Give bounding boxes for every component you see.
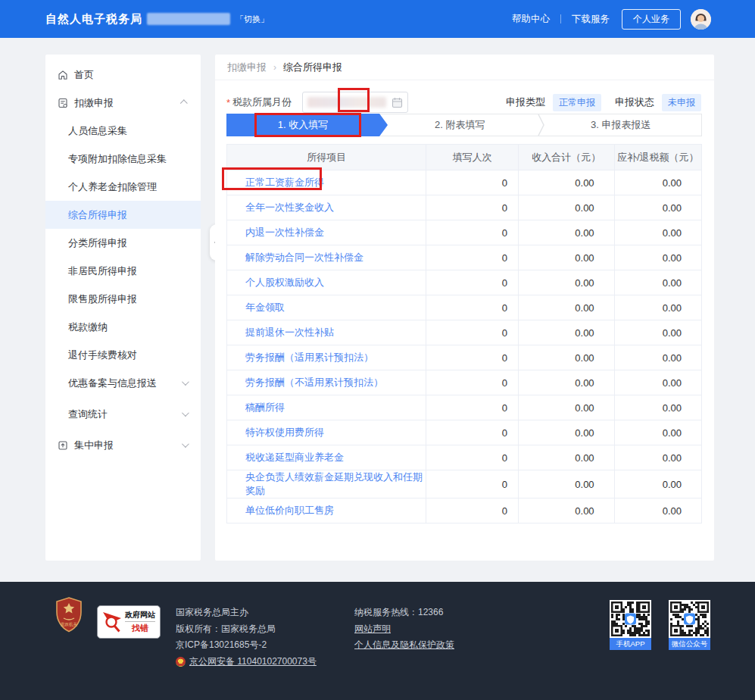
count-cell: 0 [426, 195, 519, 220]
income-total-cell: 0.00 [518, 470, 614, 498]
income-item-link[interactable]: 单位低价向职工售房 [245, 505, 334, 516]
sidebar-item-restricted-stock-declaration[interactable]: 限售股所得申报 [45, 285, 201, 313]
tax-due-cell: 0.00 [614, 470, 701, 498]
sidebar-item-preferential-filing-info[interactable]: 优惠备案与信息报送 [45, 369, 201, 397]
income-total-cell: 0.00 [518, 295, 614, 320]
step-1-label: 1. 收入填写 [278, 118, 328, 132]
calendar-icon[interactable] [392, 97, 403, 108]
income-item-link[interactable]: 劳务报酬（适用累计预扣法） [245, 352, 373, 363]
tax-due-cell: 0.00 [614, 345, 701, 370]
count-cell: 0 [426, 470, 519, 498]
column-header-2: 收入合计（元） [518, 145, 614, 170]
income-total-cell: 0.00 [518, 170, 614, 195]
income-total-cell: 0.00 [518, 320, 614, 345]
sidebar-item-centralized-declaration[interactable]: 集中申报 [45, 431, 201, 459]
income-item-cell: 全年一次性奖金收入 [227, 195, 426, 220]
sidebar-item-nonresident-income-declaration[interactable]: 非居民所得申报 [45, 257, 201, 285]
sidebar-item-personnel-info-collection[interactable]: 人员信息采集 [45, 117, 201, 145]
table-row: 特许权使用费所得00.000.00 [227, 420, 702, 445]
org-name-redacted [147, 13, 230, 25]
police-record-link[interactable]: 京公网安备 11040102700073号 [189, 654, 317, 670]
count-cell: 0 [426, 295, 519, 320]
tax-due-cell: 0.00 [614, 498, 701, 523]
sidebar-item-query-statistics[interactable]: 查询统计 [45, 400, 201, 428]
income-total-cell: 0.00 [518, 195, 614, 220]
breadcrumb: 扣缴申报 › 综合所得申报 [215, 55, 714, 80]
sidebar-item-label: 限售股所得申报 [68, 292, 137, 306]
income-item-cell: 内退一次性补偿金 [227, 220, 426, 245]
privacy-policy-link[interactable]: 个人信息及隐私保护政策 [354, 639, 454, 650]
switch-org-link[interactable]: 「切换」 [236, 14, 269, 25]
avatar[interactable] [691, 9, 711, 30]
step-3-submit-return[interactable]: 3. 申报表报送 [541, 114, 702, 136]
help-center-link[interactable]: 帮助中心 [512, 13, 550, 26]
top-header: 自然人电子税务局 「切换」 帮助中心 下载服务 个人业务 [0, 0, 755, 38]
breadcrumb-parent[interactable]: 扣缴申报 [227, 61, 267, 74]
income-table: 所得项目填写人次收入合计（元）应补/退税额（元） 正常工资薪金所得00.000.… [226, 144, 702, 523]
sidebar-item-label: 退付手续费核对 [68, 348, 137, 362]
sidebar-item-personal-pension-deduction[interactable]: 个人养老金扣除管理 [45, 173, 201, 201]
sidebar-item-classified-income-declaration[interactable]: 分类所得申报 [45, 229, 201, 257]
income-item-cell: 劳务报酬（适用累计预扣法） [227, 345, 426, 370]
income-item-link[interactable]: 全年一次性奖金收入 [245, 202, 334, 213]
footer-host: 国家税务总局主办 [176, 605, 317, 621]
declaration-meta: 申报类型 正常申报 申报状态 未申报 [506, 94, 701, 111]
sidebar-item-special-additional-deduction-collection[interactable]: 专项附加扣除信息采集 [45, 145, 201, 173]
income-total-cell: 0.00 [518, 420, 614, 445]
download-service-link[interactable]: 下载服务 [572, 13, 610, 26]
income-item-link[interactable]: 提前退休一次性补贴 [245, 327, 334, 338]
income-item-link[interactable]: 劳务报酬（不适用累计预扣法） [245, 377, 383, 388]
tax-due-cell: 0.00 [614, 395, 701, 420]
table-row: 单位低价向职工售房00.000.00 [227, 498, 702, 523]
sidebar-item-home[interactable]: 首页 [45, 61, 201, 89]
income-item-link[interactable]: 税收递延型商业养老金 [245, 452, 344, 463]
step-2-label: 2. 附表填写 [435, 118, 485, 132]
step-1-income-entry[interactable]: 1. 收入填写 [226, 114, 379, 136]
income-item-cell: 劳务报酬（不适用累计预扣法） [227, 370, 426, 395]
qr-mobile-app[interactable]: 手机APP [610, 600, 651, 650]
count-cell: 0 [426, 345, 519, 370]
income-item-link[interactable]: 年金领取 [245, 302, 285, 313]
sidebar-item-withholding-declaration[interactable]: 扣缴申报 [45, 89, 201, 117]
qr-code-image [669, 600, 710, 638]
table-row: 劳务报酬（适用累计预扣法）00.000.00 [227, 345, 702, 370]
column-header-1: 填写人次 [426, 145, 519, 170]
sidebar-item-comprehensive-income-declaration[interactable]: 综合所得申报 [45, 201, 201, 229]
sidebar-item-tax-payment[interactable]: 税款缴纳 [45, 313, 201, 341]
table-row: 央企负责人绩效薪金延期兑现收入和任期奖励00.000.00 [227, 470, 702, 498]
income-item-link[interactable]: 正常工资薪金所得 [245, 177, 324, 188]
sidebar-item-label: 非居民所得申报 [68, 264, 137, 278]
income-item-link[interactable]: 稿酬所得 [245, 402, 285, 413]
step-2-schedules[interactable]: 2. 附表填写 [379, 114, 541, 136]
income-item-link[interactable]: 内退一次性补偿金 [245, 227, 324, 238]
government-shield-logo: 党政机关 [56, 597, 82, 635]
tax-due-cell: 0.00 [614, 270, 701, 295]
tax-month-label: 税款所属月份 [232, 95, 292, 109]
income-item-cell: 个人股权激励收入 [227, 270, 426, 295]
count-cell: 0 [426, 170, 519, 195]
sidebar-item-label: 首页 [74, 68, 94, 82]
personal-business-button[interactable]: 个人业务 [622, 9, 681, 30]
income-item-link[interactable]: 解除劳动合同一次性补偿金 [245, 252, 363, 263]
app-title: 自然人电子税务局 [45, 12, 142, 27]
income-table-body: 正常工资薪金所得00.000.00全年一次性奖金收入00.000.00内退一次性… [227, 170, 702, 523]
chevron-down-icon [182, 378, 189, 386]
step-separator-icon [538, 114, 545, 136]
sidebar-item-refund-fee-verification[interactable]: 退付手续费核对 [45, 341, 201, 369]
income-item-link[interactable]: 个人股权激励收入 [245, 277, 324, 288]
site-statement-link[interactable]: 网站声明 [354, 623, 391, 634]
table-row: 正常工资薪金所得00.000.00 [227, 170, 702, 195]
chevron-down-icon [182, 440, 189, 448]
count-cell: 0 [426, 270, 519, 295]
count-cell: 0 [426, 420, 519, 445]
income-total-cell: 0.00 [518, 245, 614, 270]
qr-wechat-official[interactable]: 微信公众号 [669, 600, 710, 650]
income-total-cell: 0.00 [518, 498, 614, 523]
income-item-cell: 特许权使用费所得 [227, 420, 426, 445]
tax-month-input[interactable] [302, 92, 408, 113]
income-item-link[interactable]: 央企负责人绩效薪金延期兑现收入和任期奖励 [245, 471, 423, 496]
box-icon [58, 440, 68, 451]
declaration-type-label: 申报类型 [506, 95, 545, 109]
income-item-link[interactable]: 特许权使用费所得 [245, 427, 324, 438]
gov-website-error-report-badge[interactable]: 政府网站 找错 [97, 605, 161, 639]
